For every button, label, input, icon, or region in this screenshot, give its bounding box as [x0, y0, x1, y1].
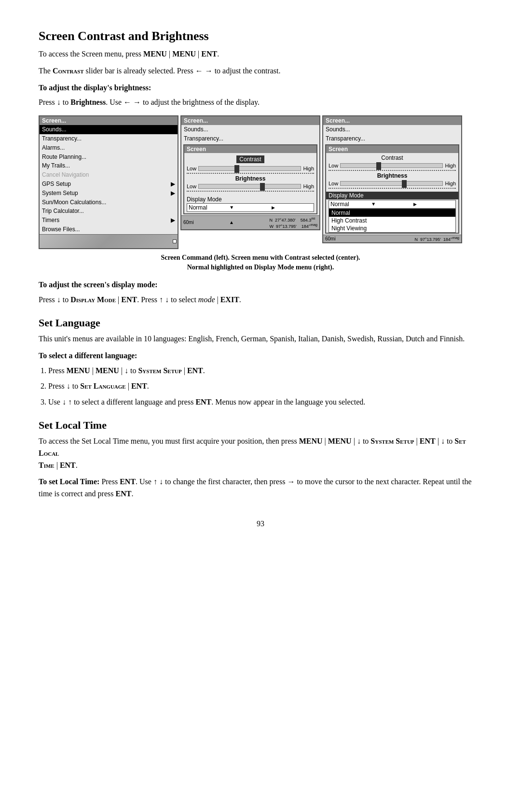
screens-caption: Screen Command (left). Screen menu with … [39, 253, 482, 273]
right-dotted1 [329, 170, 456, 171]
contrast-slider-row: Low High [187, 166, 314, 171]
s3-syssetup: System Setup [370, 437, 414, 445]
brightness-high: High [303, 183, 314, 189]
right-contrast-track [340, 163, 443, 168]
s3p2-ent1: ENT [120, 477, 136, 486]
s3p2-ent2: ENT [116, 490, 132, 498]
right-high2: High [445, 181, 456, 186]
right-sounds: Sounds... [323, 125, 461, 134]
language-steps: Press MENU | MENU | ↓ to System Setup | … [39, 365, 482, 408]
right-display-mode-area: Normal ▼ ▶ Normal High Contrast Night Vi… [326, 200, 458, 233]
section2-title: Set Language [39, 317, 482, 329]
brightness-bold: Brightness [70, 98, 106, 106]
contrast-track [198, 166, 301, 171]
step2-setlang: Set Language [80, 382, 125, 390]
screen-right: Screen... Sounds... Transparency... Scre… [322, 115, 462, 243]
submenu-header-screen: Screen [184, 145, 316, 153]
page-content: Screen Contrast and Brightness To access… [39, 29, 482, 528]
submenu-body: Contrast Low High Brightness Low [184, 153, 316, 195]
right-contrast-label: Contrast [329, 154, 456, 161]
option-normal: Normal [329, 209, 455, 217]
contrast-thumb [234, 165, 239, 173]
step1-ent: ENT [187, 366, 203, 375]
display-mode-arrow: ▼ [229, 205, 270, 210]
right-brightness-label: Brightness [329, 172, 456, 179]
section1-title: Screen Contrast and Brightness [39, 29, 482, 43]
screen-center: Screen... Sounds... Transparency... Scre… [180, 115, 320, 230]
contrast-highlighted-label: Contrast [187, 154, 314, 164]
menu-item-cancel-nav: Cancel Navigation [40, 170, 178, 180]
screen-left-map [40, 234, 178, 248]
right-transparency: Transparency... [323, 134, 461, 143]
step1-systemsetup: System Setup [138, 366, 181, 375]
brightness-low: Low [187, 183, 196, 189]
menu-item-browse: Browse Files... [40, 225, 178, 234]
menu-item-gps: GPS Setup [40, 180, 178, 189]
display-mode-label-center: Display Mode [187, 196, 314, 203]
option-high-contrast: High Contrast [329, 217, 455, 224]
right-submenu: Screen Contrast Low High Brightness Low [325, 144, 459, 234]
step1-menu2: MENU [96, 366, 119, 375]
menu-bold1: MENU [143, 50, 167, 58]
exit-bold: EXIT [220, 295, 239, 304]
menu-bold2: MENU [172, 50, 196, 58]
s3-ent1: ENT [420, 437, 436, 445]
section1-para1: To access the Screen menu, press MENU | … [39, 48, 482, 60]
center-submenu: Screen Contrast Low High Brightness [183, 144, 317, 214]
brightness-thumb [260, 183, 265, 191]
display-mode-right-arrow: ▶ [272, 205, 312, 210]
dotted-sep1 [187, 173, 314, 174]
right-contrast-thumb [376, 162, 381, 170]
menu-item-transparency: Transparency... [40, 134, 178, 143]
subheading-language: To select a different language: [39, 350, 482, 362]
contrast-smallcaps: Contrast [53, 67, 84, 75]
step2: Press ↓ to Set Language | ENT. [48, 380, 482, 392]
right-brightness-thumb [402, 180, 407, 188]
right-dropdown: Normal High Contrast Night Viewing [329, 209, 456, 233]
coord-w: W 97°13.795' 184°mag [269, 223, 317, 229]
right-high1: High [445, 163, 456, 168]
display-mode-select-center: Normal ▼ ▶ [187, 203, 314, 212]
screen-left: Screen... Sounds... Transparency... Alar… [39, 115, 178, 249]
contrast-high: High [303, 166, 314, 171]
s3-menu2: MENU [328, 437, 352, 445]
display-mode-area: Display Mode Normal ▼ ▶ [184, 196, 316, 213]
section1-para3: Press ↓ to Brightness. Use ← → to adjust… [39, 97, 482, 109]
right-bottom-bar: 60mi N 97°13.795' 184°mag [323, 235, 461, 242]
step3: Use ↓ ↑ to select a different language a… [48, 396, 482, 408]
brightness-label-center: Brightness [187, 175, 314, 182]
right-dist: 60mi [325, 236, 336, 241]
coord-n: N 27°47.380' 584.3mi [269, 216, 317, 223]
center-bottom-bar: 60mi ▲ N 27°47.380' 584.3mi W 97°13.795'… [181, 215, 319, 229]
right-rarrow: ▶ [413, 202, 454, 207]
screen-left-header: Screen... [40, 116, 178, 125]
center-dist: 60mi [183, 220, 194, 225]
s3-menu1: MENU [299, 437, 323, 445]
center-sounds: Sounds... [181, 125, 319, 134]
step3-ent: ENT [195, 398, 211, 406]
menu-item-trip: Trip Calculator... [40, 207, 178, 216]
brightness-slider-row: Low High [187, 183, 314, 189]
menu-item-sunmoon: Sun/Moon Calculations... [40, 198, 178, 207]
page-number: 93 [39, 519, 482, 528]
step2-ent: ENT [131, 382, 147, 390]
right-coords: N 97°13.795' 184°mag [414, 236, 459, 242]
section1-para2: The Contrast slider bar is already selec… [39, 65, 482, 77]
dotted-sep2 [187, 191, 314, 192]
ent-bold2: ENT [121, 295, 137, 304]
subheading-display-mode: To adjust the screen's display mode: [39, 279, 482, 291]
menu-item-timers: Timers [40, 216, 178, 225]
ent-bold1: ENT [201, 50, 217, 58]
right-low2: Low [329, 181, 338, 186]
setlocaltime-bold: To set Local Time: [39, 477, 99, 486]
right-submenu-header: Screen [326, 145, 458, 153]
right-display-mode-header: Display Mode [326, 192, 458, 199]
right-contrast-row: Low High [329, 163, 456, 168]
section3-title: Set Local Time [39, 419, 482, 432]
section3-para2: To set Local Time: Press ENT. Use ↑ ↓ to… [39, 476, 482, 500]
section1-para4: Press ↓ to Display Mode | ENT. Press ↑ ↓… [39, 294, 482, 306]
screens-illustration: Screen... Sounds... Transparency... Alar… [39, 115, 482, 249]
option-night-viewing: Night Viewing [329, 224, 455, 232]
section3-para1: To access the Set Local Time menu, you m… [39, 435, 482, 471]
step1: Press MENU | MENU | ↓ to System Setup | … [48, 365, 482, 377]
